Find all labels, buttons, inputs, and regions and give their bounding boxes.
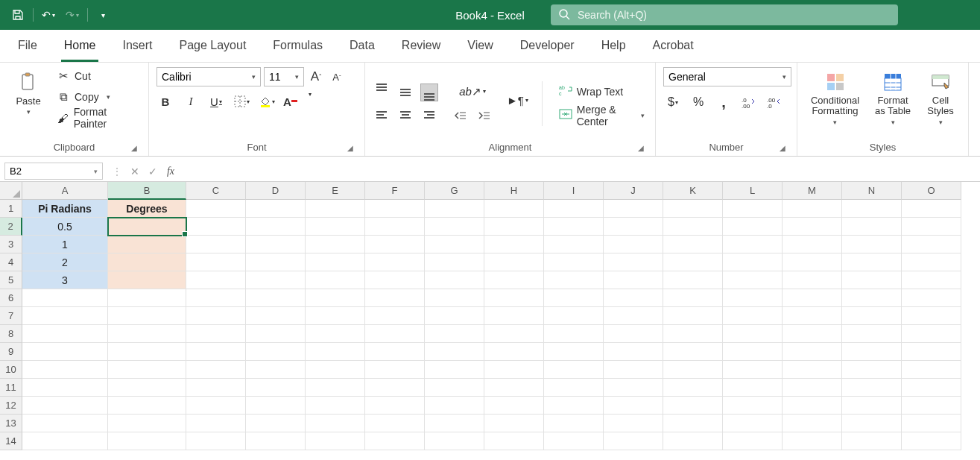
cell-L1[interactable] [723, 200, 783, 218]
cell-styles-button[interactable]: Cell Styles▾ [920, 67, 961, 129]
cell-C13[interactable] [186, 415, 246, 432]
cell-H5[interactable] [484, 271, 544, 289]
cell-D9[interactable] [246, 343, 306, 361]
cell-N8[interactable] [842, 325, 902, 343]
align-top-button[interactable] [373, 84, 391, 101]
cell-K2[interactable] [663, 218, 723, 236]
cell-L14[interactable] [723, 432, 783, 450]
cell-E3[interactable] [306, 236, 365, 253]
cell-N2[interactable] [842, 218, 902, 236]
cell-H8[interactable] [484, 325, 544, 343]
cell-A1[interactable]: Pi Radians [22, 200, 108, 218]
cell-I12[interactable] [544, 397, 604, 415]
row-header-6[interactable]: 6 [0, 289, 22, 307]
cell-C10[interactable] [186, 361, 246, 379]
cell-A7[interactable] [22, 307, 108, 325]
cell-E10[interactable] [306, 361, 365, 379]
row-header-13[interactable]: 13 [0, 415, 22, 432]
number-format-combo[interactable]: General▾ [663, 67, 791, 86]
cell-O10[interactable] [902, 361, 961, 379]
tab-page-layout[interactable]: Page Layout [176, 31, 249, 62]
cell-N5[interactable] [842, 271, 902, 289]
row-header-9[interactable]: 9 [0, 343, 22, 361]
cell-F6[interactable] [365, 289, 425, 307]
cell-D11[interactable] [246, 379, 306, 397]
dialog-launcher-icon[interactable]: ◢ [345, 142, 355, 153]
col-header-I[interactable]: I [544, 182, 604, 200]
paste-button[interactable]: Paste ▾ [7, 67, 49, 119]
cell-B10[interactable] [108, 361, 186, 379]
col-header-B[interactable]: B [108, 182, 186, 200]
cell-A9[interactable] [22, 343, 108, 361]
cell-H7[interactable] [484, 307, 544, 325]
cell-B4[interactable] [108, 253, 186, 271]
cell-C3[interactable] [186, 236, 246, 253]
tab-file[interactable]: File [15, 31, 40, 62]
cell-O7[interactable] [902, 307, 961, 325]
cell-C9[interactable] [186, 343, 246, 361]
accounting-format-button[interactable]: $▾ [665, 94, 681, 110]
font-color-button[interactable]: A▾ [283, 92, 301, 110]
cell-M6[interactable] [783, 289, 842, 307]
cell-F11[interactable] [365, 379, 425, 397]
cell-N12[interactable] [842, 397, 902, 415]
cell-H10[interactable] [484, 361, 544, 379]
cell-N11[interactable] [842, 379, 902, 397]
cell-D8[interactable] [246, 325, 306, 343]
decrease-decimal-button[interactable]: .00.0 [766, 94, 783, 110]
cell-O12[interactable] [902, 397, 961, 415]
cell-B2[interactable] [108, 218, 186, 236]
cell-E1[interactable] [306, 200, 365, 218]
cell-E7[interactable] [306, 307, 365, 325]
cell-C6[interactable] [186, 289, 246, 307]
bold-button[interactable]: B [157, 92, 174, 110]
cell-B8[interactable] [108, 325, 186, 343]
cell-H14[interactable] [484, 432, 544, 450]
cell-K13[interactable] [663, 415, 723, 432]
tab-data[interactable]: Data [347, 31, 378, 62]
cell-A14[interactable] [22, 432, 108, 450]
format-as-table-button[interactable]: Format as Table▾ [867, 67, 919, 129]
cell-J5[interactable] [604, 271, 663, 289]
cell-I13[interactable] [544, 415, 604, 432]
tab-view[interactable]: View [464, 31, 496, 62]
cell-F1[interactable] [365, 200, 425, 218]
col-header-A[interactable]: A [22, 182, 108, 200]
cell-H2[interactable] [484, 218, 544, 236]
cell-G2[interactable] [425, 218, 484, 236]
cell-A2[interactable]: 0.5 [22, 218, 108, 236]
cell-N14[interactable] [842, 432, 902, 450]
cell-D6[interactable] [246, 289, 306, 307]
cell-M14[interactable] [783, 432, 842, 450]
cell-A11[interactable] [22, 379, 108, 397]
merge-center-button[interactable]: Merge & Center▾ [556, 107, 648, 125]
cell-B6[interactable] [108, 289, 186, 307]
cell-K1[interactable] [663, 200, 723, 218]
cell-F10[interactable] [365, 361, 425, 379]
cell-N1[interactable] [842, 200, 902, 218]
comma-format-button[interactable]: , [715, 94, 732, 110]
decrease-indent-button[interactable] [452, 107, 470, 125]
conditional-formatting-button[interactable]: Conditional Formatting▾ [805, 67, 865, 129]
orientation-button[interactable]: ab↗▾ [452, 83, 493, 101]
copy-button[interactable]: ⧉Copy▾ [54, 88, 141, 106]
cell-G9[interactable] [425, 343, 484, 361]
cell-I8[interactable] [544, 325, 604, 343]
cell-G8[interactable] [425, 325, 484, 343]
row-header-1[interactable]: 1 [0, 200, 22, 218]
cell-E12[interactable] [306, 397, 365, 415]
row-header-10[interactable]: 10 [0, 361, 22, 379]
cell-D12[interactable] [246, 397, 306, 415]
increase-font-icon[interactable]: Aˆ [307, 68, 325, 86]
cell-K6[interactable] [663, 289, 723, 307]
row-header-12[interactable]: 12 [0, 397, 22, 415]
cancel-icon[interactable]: ✕ [127, 163, 143, 180]
cell-G11[interactable] [425, 379, 484, 397]
col-header-E[interactable]: E [306, 182, 365, 200]
cell-L3[interactable] [723, 236, 783, 253]
cell-B13[interactable] [108, 415, 186, 432]
cell-O6[interactable] [902, 289, 961, 307]
tab-review[interactable]: Review [399, 31, 443, 62]
cell-D7[interactable] [246, 307, 306, 325]
cell-J13[interactable] [604, 415, 663, 432]
